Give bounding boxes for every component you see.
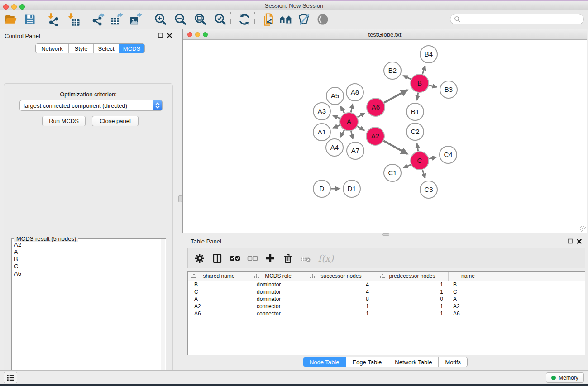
column-header-shared-name[interactable]: shared name — [188, 272, 250, 281]
graph-node-D1[interactable]: D1 — [343, 180, 360, 197]
graph-edge-A-A4[interactable] — [340, 130, 344, 137]
table-row[interactable]: A6connector11A6 — [188, 310, 585, 317]
tab-node-table[interactable]: Node Table — [303, 357, 346, 367]
graph-edge-A-A6[interactable] — [357, 113, 364, 117]
graph-node-A1[interactable]: A1 — [313, 124, 330, 141]
delete-table-icon[interactable] — [298, 251, 313, 266]
graph-node-C2[interactable]: C2 — [406, 123, 424, 140]
close-panel-button[interactable]: Close panel — [92, 116, 139, 126]
mcds-result-item[interactable]: A6 — [12, 270, 160, 277]
mcds-result-item[interactable]: A — [12, 248, 160, 256]
column-header-MCDS-role[interactable]: MCDS role — [250, 272, 306, 281]
graph-edge-A-A2[interactable] — [357, 126, 364, 130]
tab-mcds[interactable]: MCDS — [119, 44, 144, 53]
close-panel-icon[interactable] — [577, 239, 582, 244]
graph-node-C[interactable]: C — [411, 152, 429, 170]
zoom-selected-icon[interactable] — [213, 12, 228, 27]
graph-edge-B-B1[interactable] — [417, 93, 418, 100]
graph-edge-A-A7[interactable] — [351, 131, 353, 139]
float-panel-icon[interactable] — [158, 33, 163, 38]
graph-node-A3[interactable]: A3 — [313, 103, 330, 120]
save-session-icon[interactable] — [23, 12, 37, 27]
tab-edge-table[interactable]: Edge Table — [346, 357, 388, 367]
tab-motifs[interactable]: Motifs — [439, 357, 467, 367]
main-title-bar[interactable]: Session: New Session — [0, 1, 588, 10]
eye-icon[interactable] — [316, 12, 330, 27]
graph-node-A8[interactable]: A8 — [346, 84, 363, 101]
graph-edge-B-B4[interactable] — [422, 66, 425, 74]
graph-node-C3[interactable]: C3 — [420, 181, 437, 198]
function-builder-icon[interactable]: f(x) — [316, 251, 336, 266]
mcds-result-item[interactable]: C — [12, 263, 160, 270]
gear-icon[interactable] — [192, 251, 207, 266]
graph-node-A7[interactable]: A7 — [347, 142, 364, 159]
criterion-dropdown[interactable]: largest connected component (directed) — [19, 100, 163, 111]
zoom-fit-icon[interactable] — [193, 12, 208, 27]
hide-panel-icon[interactable] — [296, 12, 311, 27]
table-row[interactable]: Cdominator41C — [188, 288, 585, 295]
graph-node-C1[interactable]: C1 — [384, 164, 401, 181]
graph-node-B1[interactable]: B1 — [406, 103, 424, 120]
float-panel-icon[interactable] — [568, 238, 573, 244]
graph-node-A4[interactable]: A4 — [326, 139, 343, 156]
graph-node-B4[interactable]: B4 — [420, 46, 437, 63]
show-columns-icon[interactable] — [210, 251, 225, 266]
import-network-icon[interactable] — [47, 12, 61, 27]
export-image-icon[interactable] — [129, 12, 143, 27]
tab-network[interactable]: Network — [36, 44, 69, 53]
memory-button[interactable]: Memory — [546, 372, 584, 383]
network-window-title-bar[interactable]: testGlobe.txt — [183, 29, 587, 40]
search-input[interactable] — [450, 14, 584, 24]
graph-node-A6[interactable]: A6 — [367, 98, 385, 116]
export-network-icon[interactable] — [91, 12, 105, 27]
close-panel-icon[interactable] — [167, 33, 172, 38]
mcds-list-scrollbar[interactable] — [161, 239, 165, 386]
mcds-result-item[interactable]: A2 — [12, 241, 160, 248]
tab-select[interactable]: Select — [94, 44, 119, 53]
mcds-result-item[interactable]: B — [12, 256, 160, 263]
graph-node-C4[interactable]: C4 — [440, 146, 457, 163]
graph-edge-A2-C[interactable] — [383, 141, 407, 154]
graph-edge-A-A3[interactable] — [333, 116, 340, 119]
table-row[interactable]: Bdominator41B — [188, 281, 585, 288]
graph-edge-B-B3[interactable] — [429, 85, 437, 87]
delete-column-icon[interactable] — [281, 251, 295, 266]
clone-network-icon[interactable] — [261, 12, 276, 27]
home-icon[interactable] — [278, 12, 293, 27]
graph-edge-C-C2[interactable] — [417, 143, 418, 151]
graph-edge-C-C3[interactable] — [422, 170, 425, 178]
add-column-icon[interactable] — [263, 251, 277, 266]
graph-node-B[interactable]: B — [411, 74, 429, 92]
window-resize-grip[interactable] — [580, 226, 586, 232]
column-header-predecessor-nodes[interactable]: predecessor nodes — [376, 272, 449, 281]
graph-edge-A-A1[interactable] — [333, 125, 340, 128]
graph-node-B3[interactable]: B3 — [440, 81, 457, 98]
column-header-successor-nodes[interactable]: successor nodes — [306, 272, 376, 281]
graph-edge-A6-B[interactable] — [384, 90, 407, 103]
task-history-button[interactable] — [4, 372, 17, 383]
table-row[interactable]: Adominator80A — [188, 295, 585, 303]
column-header-name[interactable]: name — [449, 272, 488, 281]
tab-network-table[interactable]: Network Table — [388, 357, 439, 367]
graph-edge-A-A8[interactable] — [351, 104, 353, 112]
zoom-in-icon[interactable] — [153, 12, 168, 27]
vertical-splitter-grip[interactable] — [178, 195, 182, 202]
graph-node-A[interactable]: A — [340, 113, 358, 131]
run-mcds-button[interactable]: Run MCDS — [42, 116, 86, 126]
open-file-icon[interactable] — [4, 12, 18, 27]
mcds-result-list[interactable]: A2ABCA6 — [12, 241, 160, 386]
graph-edge-C-C1[interactable] — [403, 165, 411, 168]
graph-node-D[interactable]: D — [313, 180, 330, 197]
network-canvas[interactable]: AA1A2A3A4A5A6A7A8BB1B2B3B4CC1C2C3C4DD1 — [183, 40, 587, 233]
zoom-out-icon[interactable] — [173, 12, 188, 27]
import-table-icon[interactable] — [67, 12, 81, 27]
graph-edge-B-B2[interactable] — [403, 76, 411, 79]
graph-node-B2[interactable]: B2 — [384, 62, 401, 79]
export-table-icon[interactable] — [110, 12, 124, 27]
deselect-all-icon[interactable] — [245, 251, 260, 266]
tab-style[interactable]: Style — [69, 44, 94, 53]
select-all-icon[interactable] — [228, 251, 242, 266]
graph-edge-A-A5[interactable] — [341, 107, 344, 114]
graph-edge-C-C4[interactable] — [429, 157, 436, 158]
table-row[interactable]: A2connector11A2 — [188, 303, 585, 310]
